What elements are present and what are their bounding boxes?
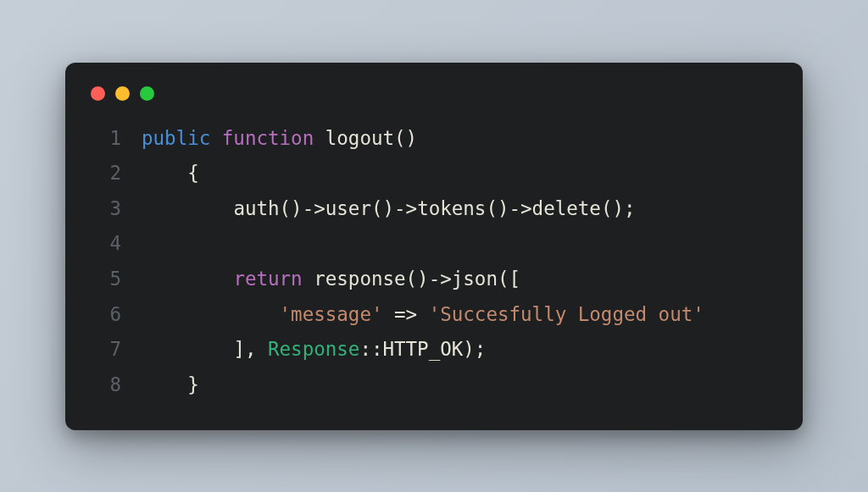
code-content: } <box>121 368 199 403</box>
token <box>314 127 326 149</box>
line-number: 7 <box>89 332 121 368</box>
token: 'message' <box>280 303 383 325</box>
token: logout <box>326 127 394 149</box>
token: response <box>314 268 405 290</box>
token: } <box>187 373 199 395</box>
token <box>303 268 314 290</box>
token: ], <box>233 338 268 360</box>
line-number: 3 <box>89 191 121 227</box>
line-number: 5 <box>89 262 121 297</box>
token: (); <box>601 197 636 219</box>
window-titlebar <box>89 83 779 121</box>
line-number: 2 <box>89 156 121 191</box>
line-number: 4 <box>89 226 121 262</box>
token: delete <box>532 197 601 219</box>
code-content: ], Response::HTTP_OK); <box>121 332 486 368</box>
code-content: 'message' => 'Succesfully Logged out' <box>121 297 704 333</box>
code-line: 5 return response()->json([ <box>89 262 779 297</box>
token: auth <box>233 197 279 219</box>
code-block: 1public function logout()2 {3 auth()->us… <box>89 121 779 403</box>
token: tokens <box>417 197 486 219</box>
code-window: 1public function logout()2 {3 auth()->us… <box>65 63 803 430</box>
token: () <box>394 127 417 149</box>
token: Response <box>268 338 359 360</box>
code-content: { <box>121 156 199 191</box>
token: HTTP_OK <box>382 338 463 360</box>
token: user <box>326 197 371 219</box>
code-line: 4 <box>89 226 779 262</box>
token: return <box>233 268 302 290</box>
token: ([ <box>498 268 520 290</box>
zoom-icon[interactable] <box>140 86 154 101</box>
code-content: return response()->json([ <box>121 262 520 297</box>
token: ()-> <box>280 197 326 219</box>
code-content: auth()->user()->tokens()->delete(); <box>121 191 636 227</box>
token: ()-> <box>406 268 452 290</box>
code-line: 1public function logout() <box>89 121 779 157</box>
code-line: 3 auth()->user()->tokens()->delete(); <box>89 191 779 227</box>
line-number: 6 <box>89 297 121 333</box>
code-content <box>121 226 142 262</box>
token: public <box>142 127 210 149</box>
line-number: 1 <box>89 121 121 157</box>
token: json <box>452 268 498 290</box>
code-line: 7 ], Response::HTTP_OK); <box>89 332 779 368</box>
minimize-icon[interactable] <box>115 86 130 101</box>
token: ()-> <box>371 197 417 219</box>
token <box>210 127 222 149</box>
token: { <box>187 162 199 184</box>
code-line: 2 { <box>89 156 779 191</box>
code-content: public function logout() <box>121 121 417 157</box>
code-line: 8 } <box>89 368 779 403</box>
token: :: <box>359 338 382 360</box>
token: => <box>382 303 428 325</box>
token: 'Succesfully Logged out' <box>429 303 704 325</box>
token: function <box>222 127 314 149</box>
token: ()-> <box>486 197 531 219</box>
line-number: 8 <box>89 368 121 403</box>
code-line: 6 'message' => 'Succesfully Logged out' <box>89 297 779 333</box>
close-icon[interactable] <box>91 86 105 101</box>
token: ); <box>463 338 486 360</box>
